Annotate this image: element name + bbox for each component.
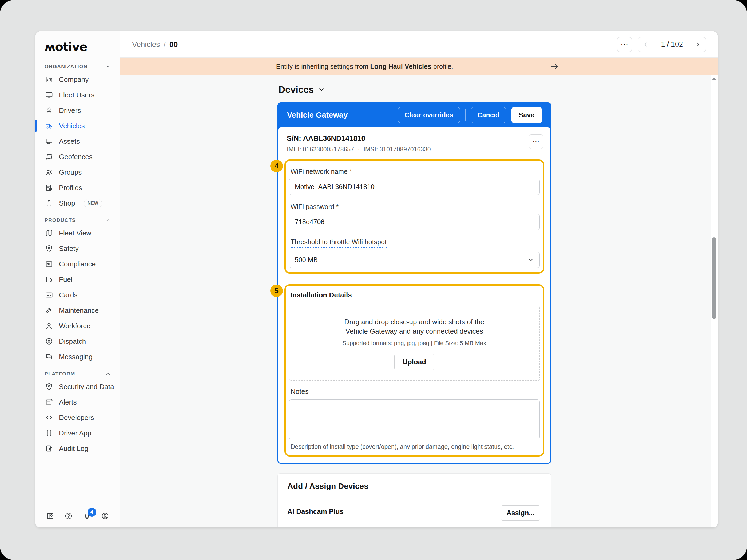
help-button[interactable] <box>63 510 74 522</box>
sidebar-item-alerts[interactable]: Alerts <box>35 394 120 410</box>
notes-label: Notes <box>290 388 540 396</box>
sidebar: ʍotive ORGANIZATION Company Fleet Users <box>35 31 120 528</box>
chat-bubbles-icon <box>45 353 53 361</box>
chevron-down-icon[interactable] <box>318 86 325 93</box>
pager-next-button[interactable] <box>690 37 706 52</box>
sidebar-item-messaging[interactable]: Messaging <box>35 349 120 365</box>
vertical-scrollbar[interactable] <box>711 75 718 528</box>
monitor-icon <box>45 91 53 99</box>
sidebar-item-label: Safety <box>59 244 79 253</box>
sidebar-item-label: Alerts <box>59 398 77 406</box>
section-platform[interactable]: PLATFORM <box>35 365 120 379</box>
sidebar-item-label: Fleet View <box>59 229 91 237</box>
device-more-button[interactable]: ⋯ <box>529 134 543 149</box>
more-actions-button[interactable]: ⋯ <box>617 37 632 52</box>
chevron-up-icon <box>104 371 112 377</box>
threshold-label[interactable]: Threshold to throttle Wifi hotspot <box>290 238 387 248</box>
sidebar-item-label: Messaging <box>59 353 93 361</box>
assign-ai-dashcam-plus-button[interactable]: Assign... <box>501 505 540 521</box>
sidebar-item-maintenance[interactable]: Maintenance <box>35 303 120 318</box>
dropzone-formats: Supported formats: png, jpg, jpeg | File… <box>295 340 534 347</box>
sidebar-item-profiles[interactable]: Profiles <box>35 180 120 195</box>
sidebar-item-developers[interactable]: Developers <box>35 410 120 425</box>
banner-text-prefix: Entity is inheriting settings from <box>276 63 370 70</box>
breadcrumb-separator: / <box>163 40 166 49</box>
step-4-badge: 4 <box>270 160 283 172</box>
cancel-button[interactable]: Cancel <box>471 107 506 123</box>
arrow-right-icon <box>549 61 560 72</box>
help-icon <box>65 512 73 520</box>
sidebar-item-label: Compliance <box>59 260 96 268</box>
photo-dropzone[interactable]: Drag and drop close-up and wide shots of… <box>289 305 540 380</box>
sidebar-item-geofences[interactable]: Geofences <box>35 149 120 164</box>
serial-number: S/N: AABL36ND141810 <box>287 134 431 143</box>
sidebar-item-shop[interactable]: Shop NEW <box>35 195 120 211</box>
imei-value: IMEI: 016230005178657 <box>287 146 354 153</box>
breadcrumb: Vehicles / 00 <box>132 40 178 49</box>
dispatch-route-icon <box>45 337 53 345</box>
clear-overrides-button[interactable]: Clear overrides <box>398 107 460 123</box>
sidebar-item-label: Fleet Users <box>59 91 95 99</box>
scrollbar-up-arrow[interactable] <box>712 77 717 80</box>
content-scroll-area[interactable]: Devices Vehicle Gateway Clear overrides … <box>120 75 718 528</box>
topbar-actions: ⋯ 1 / 102 <box>617 37 706 52</box>
add-assign-devices-card: Add / Assign Devices AI Dashcam Plus Ass… <box>278 473 551 528</box>
notes-textarea[interactable] <box>289 399 540 439</box>
main-area: Vehicles / 00 ⋯ 1 / 102 <box>120 31 718 528</box>
sidebar-item-assets[interactable]: Assets <box>35 134 120 149</box>
notifications-button[interactable]: 4 <box>81 510 93 522</box>
wifi-name-input[interactable]: Motive_AABL36ND141810 <box>289 179 540 195</box>
save-button[interactable]: Save <box>511 107 542 123</box>
new-badge: NEW <box>84 199 102 208</box>
imsi-value: IMSI: 310170897016330 <box>364 146 431 153</box>
section-products[interactable]: PRODUCTS <box>35 211 120 225</box>
credit-card-icon <box>45 291 53 299</box>
motive-logo: ʍotive <box>45 40 87 54</box>
dropzone-line1: Drag and drop close-up and wide shots of… <box>295 317 534 327</box>
threshold-label-wrap: Threshold to throttle Wifi hotspot <box>290 238 540 248</box>
pager-prev-button[interactable] <box>638 37 654 52</box>
sidebar-item-company[interactable]: Company <box>35 72 120 87</box>
breadcrumb-parent[interactable]: Vehicles <box>132 40 160 49</box>
installation-details-heading: Installation Details <box>290 291 540 299</box>
chevron-down-icon <box>527 257 534 263</box>
sidebar-item-drivers[interactable]: Drivers <box>35 103 120 118</box>
sidebar-item-fuel[interactable]: Fuel <box>35 272 120 287</box>
banner-arrow-button[interactable] <box>549 61 560 72</box>
devices-heading: Devices <box>279 84 314 95</box>
sidebar-item-workforce[interactable]: Workforce <box>35 318 120 334</box>
sidebar-item-security-and-data[interactable]: Security and Data <box>35 379 120 394</box>
chevron-right-icon <box>695 42 701 48</box>
guide-button[interactable] <box>45 510 56 522</box>
geofence-polygon-icon <box>45 153 53 161</box>
sidebar-item-dispatch[interactable]: Dispatch <box>35 334 120 349</box>
threshold-select[interactable]: 500 MB <box>289 252 540 268</box>
sidebar-item-fleet-users[interactable]: Fleet Users <box>35 87 120 103</box>
sidebar-item-groups[interactable]: Groups <box>35 164 120 180</box>
shopping-bag-icon <box>45 199 53 207</box>
sidebar-item-fleet-view[interactable]: Fleet View <box>35 225 120 241</box>
sidebar-item-driver-app[interactable]: Driver App <box>35 425 120 441</box>
sidebar-item-safety[interactable]: Safety <box>35 241 120 256</box>
upload-button[interactable]: Upload <box>394 354 434 370</box>
sidebar-item-vehicles[interactable]: Vehicles <box>35 118 120 134</box>
scrollbar-thumb[interactable] <box>712 237 716 319</box>
record-pager: 1 / 102 <box>638 37 706 52</box>
vehicle-gateway-actions: Clear overrides Cancel Save <box>398 107 542 123</box>
wifi-password-input[interactable]: 718e4706 <box>289 214 540 230</box>
banner-profile-name: Long Haul Vehicles <box>370 63 431 70</box>
device-name[interactable]: AI Dashcam Plus <box>287 507 344 518</box>
guide-icon <box>46 512 54 520</box>
account-button[interactable] <box>99 510 111 522</box>
device-identity-row: S/N: AABL36ND141810 IMEI: 01623000517865… <box>284 128 544 158</box>
wifi-settings-highlight: 4 WiFi network name * Motive_AABL36ND141… <box>284 159 544 274</box>
sidebar-item-label: Cards <box>59 291 77 299</box>
sidebar-item-compliance[interactable]: Compliance <box>35 256 120 272</box>
section-label: ORGANIZATION <box>45 64 87 70</box>
section-organization[interactable]: ORGANIZATION <box>35 57 120 72</box>
chevron-up-icon <box>104 64 112 70</box>
fuel-pump-icon <box>45 275 53 284</box>
sidebar-item-audit-log[interactable]: Audit Log <box>35 441 120 456</box>
sidebar-item-cards[interactable]: Cards <box>35 287 120 303</box>
section-label: PLATFORM <box>45 371 75 377</box>
